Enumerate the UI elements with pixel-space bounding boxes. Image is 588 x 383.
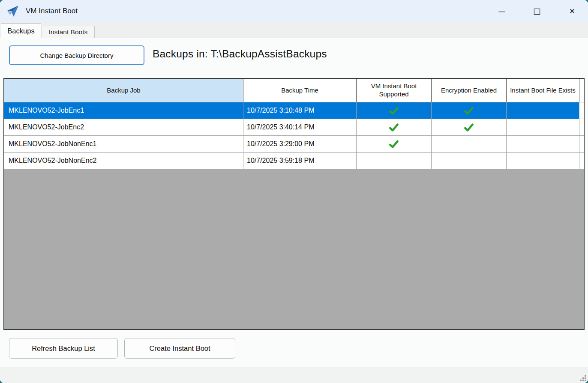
table-rows: MKLENOVO52-JobEnc1 10/7/2025 3:10:48 PM … (4, 102, 584, 169)
cell-backup-job[interactable]: MKLENOVO52-JobEnc2 (4, 119, 243, 136)
check-icon (463, 123, 475, 132)
cell-encryption[interactable] (432, 119, 507, 136)
app-logo-icon (6, 4, 20, 18)
table-row[interactable]: MKLENOVO52-JobNonEnc2 10/7/2025 3:59:18 … (4, 153, 584, 169)
cell-backup-time[interactable]: 10/7/2025 3:40:14 PM (243, 119, 357, 136)
cell-vm-supported[interactable] (357, 136, 432, 153)
row-gutter (579, 136, 584, 153)
window-controls: — □ ✕ (492, 0, 582, 22)
backups-tab-page: Change Backup Directory Backups in: T:\B… (0, 38, 588, 367)
cell-encryption[interactable] (432, 136, 507, 153)
tab-backups[interactable]: Backups (1, 23, 41, 39)
check-icon (388, 140, 400, 149)
status-bar (0, 367, 588, 383)
cell-encryption[interactable] (432, 153, 507, 169)
cell-backup-job[interactable]: MKLENOVO52-JobNonEnc2 (4, 153, 243, 169)
cell-backup-job[interactable]: MKLENOVO52-JobNonEnc1 (4, 136, 243, 153)
cell-file-exists[interactable] (507, 119, 579, 136)
column-header-backup-job[interactable]: Backup Job (4, 79, 243, 102)
row-gutter (579, 119, 584, 136)
cell-vm-supported[interactable] (357, 119, 432, 136)
cell-vm-supported[interactable] (357, 102, 432, 119)
window-title: VM Instant Boot (26, 7, 78, 15)
cell-encryption[interactable] (432, 102, 507, 119)
cell-backup-job[interactable]: MKLENOVO52-JobEnc1 (4, 102, 243, 119)
refresh-backup-list-button[interactable]: Refresh Backup List (9, 338, 118, 359)
column-header-instant-boot-file-exists[interactable]: Instant Boot File Exists (507, 79, 579, 102)
grid-header-gutter (579, 79, 584, 102)
tab-instant-boots[interactable]: Instant Boots (42, 26, 95, 38)
cell-file-exists[interactable] (507, 136, 579, 153)
row-gutter (579, 102, 584, 119)
cell-backup-time[interactable]: 10/7/2025 3:59:18 PM (243, 153, 357, 169)
cell-file-exists[interactable] (507, 153, 579, 169)
check-icon (388, 106, 400, 115)
maximize-button[interactable]: □ (527, 3, 547, 20)
column-header-backup-time[interactable]: Backup Time (243, 79, 357, 102)
tab-strip: Backups Instant Boots (0, 22, 588, 38)
cell-backup-time[interactable]: 10/7/2025 3:29:00 PM (243, 136, 357, 153)
app-window: VM Instant Boot — □ ✕ Backups Instant Bo… (0, 0, 588, 383)
create-instant-boot-button[interactable]: Create Instant Boot (124, 338, 235, 359)
table-row[interactable]: MKLENOVO52-JobEnc2 10/7/2025 3:40:14 PM (4, 119, 584, 136)
title-bar: VM Instant Boot — □ ✕ (0, 0, 588, 22)
backup-jobs-grid: Backup Job Backup Time VM Instant Boot S… (3, 78, 585, 330)
column-header-encryption-enabled[interactable]: Encryption Enabled (432, 79, 507, 102)
change-backup-directory-button[interactable]: Change Backup Directory (9, 45, 144, 65)
cell-backup-time[interactable]: 10/7/2025 3:10:48 PM (243, 102, 357, 119)
column-header-vm-instant-boot-supported[interactable]: VM Instant Boot Supported (357, 79, 432, 102)
grid-header-row: Backup Job Backup Time VM Instant Boot S… (4, 79, 584, 102)
check-icon (388, 123, 400, 132)
resize-grip-icon[interactable] (580, 375, 586, 381)
cell-vm-supported[interactable] (357, 153, 432, 169)
table-row[interactable]: MKLENOVO52-JobEnc1 10/7/2025 3:10:48 PM (4, 102, 584, 119)
minimize-button[interactable]: — (492, 3, 512, 20)
table-row[interactable]: MKLENOVO52-JobNonEnc1 10/7/2025 3:29:00 … (4, 136, 584, 153)
cell-file-exists[interactable] (507, 102, 579, 119)
backups-location-label: Backups in: T:\BackupAssistBackups (153, 48, 327, 60)
close-button[interactable]: ✕ (562, 3, 582, 20)
check-icon (463, 106, 475, 115)
row-gutter (579, 153, 584, 169)
